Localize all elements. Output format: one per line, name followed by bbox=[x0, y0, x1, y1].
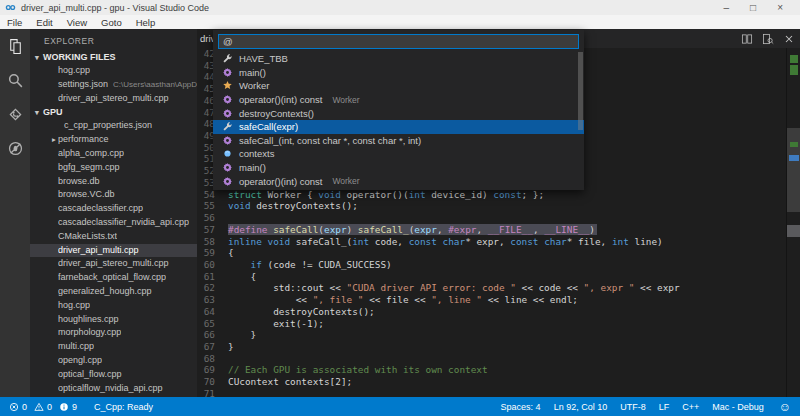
code-line[interactable]: 65 exit(-1); bbox=[197, 318, 786, 330]
menu-edit[interactable]: Edit bbox=[29, 17, 59, 28]
status-segment[interactable]: UTF-8 bbox=[620, 402, 646, 412]
file-label: bgfg_segm.cpp bbox=[58, 161, 120, 175]
close-window-icon[interactable]: × bbox=[777, 3, 783, 13]
code-line[interactable]: 70CUcontext contexts[2]; bbox=[197, 376, 786, 388]
close-editor-icon[interactable] bbox=[783, 33, 795, 45]
preview-icon[interactable] bbox=[762, 33, 774, 45]
file-item[interactable]: CMakeLists.txt bbox=[30, 230, 197, 244]
file-label: hog.cpp bbox=[58, 299, 90, 313]
file-label: browse.db bbox=[58, 175, 100, 189]
count-value: 0 bbox=[22, 402, 27, 412]
file-item[interactable]: settings.jsonC:\Users\aasthan\AppData... bbox=[30, 78, 197, 92]
split-editor-icon[interactable] bbox=[741, 33, 753, 45]
status-segment[interactable]: Spaces: 4 bbox=[501, 402, 541, 412]
maximize-icon[interactable]: □ bbox=[750, 3, 756, 13]
line-text: { bbox=[228, 247, 234, 259]
activity-search[interactable] bbox=[5, 70, 26, 91]
quick-open-item[interactable]: safeCall(expr) bbox=[213, 120, 584, 134]
code-line[interactable]: 62 std::cout << "CUDA driver API error: … bbox=[197, 282, 786, 294]
code-line[interactable]: 69// Each GPU is associated with its own… bbox=[197, 364, 786, 376]
menu-help[interactable]: Help bbox=[129, 17, 163, 28]
symbol-label: contexts bbox=[239, 148, 274, 159]
file-item[interactable]: farneback_optical_flow.cpp bbox=[30, 271, 197, 285]
file-item[interactable]: driver_api_stereo_multi.cpp bbox=[30, 92, 197, 106]
folder-item[interactable]: ▸performance bbox=[30, 133, 197, 147]
file-item[interactable]: generalized_hough.cpp bbox=[30, 285, 197, 299]
file-item[interactable]: hog.cpp bbox=[30, 64, 197, 78]
quick-open-item[interactable]: main() bbox=[213, 161, 584, 175]
quick-open-item[interactable]: operator()(int) constWorker bbox=[213, 174, 584, 188]
activity-debug[interactable] bbox=[5, 138, 26, 159]
section-header-working-files[interactable]: ▾WORKING FILES bbox=[30, 50, 197, 64]
code-line[interactable]: 56 bbox=[197, 212, 786, 224]
overview-ruler-mark bbox=[790, 55, 798, 63]
file-item[interactable]: opengl.cpp bbox=[30, 354, 197, 368]
section-header-gpu[interactable]: ▾GPU bbox=[30, 105, 197, 119]
status-segment[interactable]: LF bbox=[659, 402, 670, 412]
quick-open-item[interactable]: operator()(int) constWorker bbox=[213, 93, 584, 107]
quick-open-item[interactable]: Worker bbox=[213, 79, 584, 93]
file-label: cascadeclassifier_nvidia_api.cpp bbox=[58, 216, 189, 230]
file-item[interactable]: cascadeclassifier_nvidia_api.cpp bbox=[30, 216, 197, 230]
file-item[interactable]: houghlines.cpp bbox=[30, 313, 197, 327]
code-line[interactable]: 59{ bbox=[197, 247, 786, 259]
file-item[interactable]: browse.VC.db bbox=[30, 188, 197, 202]
code-line[interactable]: 55void destroyContexts(); bbox=[197, 200, 786, 212]
quick-open-item[interactable]: safeCall_(int, const char *, const char … bbox=[213, 134, 584, 148]
code-line[interactable]: 61 { bbox=[197, 271, 786, 283]
file-label: settings.json bbox=[58, 78, 108, 92]
code-line[interactable]: 60 if (code != CUDA_SUCCESS) bbox=[197, 259, 786, 271]
scrollbar-thumb[interactable] bbox=[787, 128, 800, 212]
file-item[interactable]: browse.db bbox=[30, 175, 197, 189]
menu-bar: FileEditViewGotoHelp bbox=[0, 15, 800, 29]
file-item[interactable]: bgfg_segm.cpp bbox=[30, 161, 197, 175]
menu-goto[interactable]: Goto bbox=[94, 17, 129, 28]
file-item[interactable]: multi.cpp bbox=[30, 340, 197, 354]
file-label: farneback_optical_flow.cpp bbox=[58, 271, 166, 285]
status-segment[interactable]: Mac - Debug bbox=[712, 402, 764, 412]
status-segment[interactable]: C++ bbox=[682, 402, 699, 412]
problems-indicator[interactable]: 009 bbox=[9, 402, 84, 412]
code-line[interactable]: 64 destroyContexts(); bbox=[197, 306, 786, 318]
code-line[interactable]: 71 bbox=[197, 388, 786, 397]
chevron-down-icon: ▾ bbox=[33, 53, 41, 62]
status-segment[interactable]: Ln 92, Col 10 bbox=[554, 402, 608, 412]
editor-toolbar bbox=[741, 29, 795, 48]
file-item[interactable]: cascadeclassifier.cpp bbox=[30, 202, 197, 216]
error-icon bbox=[9, 402, 19, 412]
code-line[interactable]: 63 << ", file " << file << ", line " << … bbox=[197, 294, 786, 306]
quick-open-item[interactable]: HAVE_TBB bbox=[213, 52, 584, 66]
code-line[interactable]: 58inline void safeCall_(int code, const … bbox=[197, 236, 786, 248]
code-line[interactable]: 54struct Worker { void operator()(int de… bbox=[197, 189, 786, 201]
activity-files[interactable] bbox=[5, 36, 26, 57]
smiley-icon[interactable]: ☺ bbox=[779, 401, 791, 413]
quick-open-item[interactable]: main() bbox=[213, 66, 584, 80]
code-line[interactable]: 57#define safeCall(expr) safeCall_(expr,… bbox=[197, 224, 786, 236]
sidebar-title: EXPLORER bbox=[30, 29, 197, 50]
activity-bar bbox=[0, 29, 30, 397]
code-line[interactable]: 68 bbox=[197, 353, 786, 365]
quick-open-input[interactable]: @ bbox=[218, 34, 579, 49]
file-item[interactable]: hog.cpp bbox=[30, 299, 197, 313]
file-item[interactable]: driver_api_stereo_multi.cpp bbox=[30, 257, 197, 271]
code-line[interactable]: 67} bbox=[197, 341, 786, 353]
quick-open-scrollbar[interactable] bbox=[578, 52, 583, 130]
cpp-extension-status[interactable]: C_Cpp: Ready bbox=[94, 402, 153, 412]
line-number: 60 bbox=[197, 259, 215, 271]
code-line[interactable]: 66 } bbox=[197, 329, 786, 341]
menu-view[interactable]: View bbox=[60, 17, 94, 28]
quick-open-item[interactable]: contexts bbox=[213, 147, 584, 161]
file-label: c_cpp_properties.json bbox=[64, 119, 152, 133]
activity-source-control[interactable] bbox=[5, 104, 26, 125]
line-number: 63 bbox=[197, 294, 215, 306]
menu-file[interactable]: File bbox=[0, 17, 29, 28]
method-icon bbox=[222, 67, 233, 78]
file-item[interactable]: alpha_comp.cpp bbox=[30, 147, 197, 161]
file-item[interactable]: optical_flow.cpp bbox=[30, 368, 197, 382]
file-item[interactable]: driver_api_multi.cpp bbox=[30, 244, 197, 258]
quick-open-item[interactable]: destroyContexts() bbox=[213, 106, 584, 120]
minimize-icon[interactable]: – bbox=[724, 3, 730, 13]
file-item[interactable]: morphology.cpp bbox=[30, 326, 197, 340]
file-item[interactable]: c_cpp_properties.json bbox=[30, 119, 197, 133]
file-item[interactable]: opticalflow_nvidia_api.cpp bbox=[30, 382, 197, 396]
